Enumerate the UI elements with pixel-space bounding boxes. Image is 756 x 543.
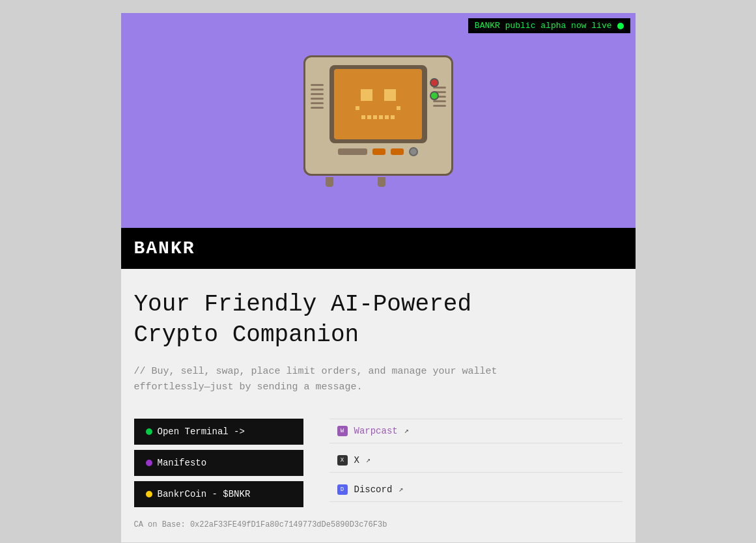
- tv-illustration: [303, 55, 453, 186]
- open-terminal-label: Open Terminal ->: [158, 426, 245, 437]
- x-arrow: ↗: [366, 455, 371, 465]
- tv-eyes: [361, 89, 396, 101]
- buttons-grid: Open Terminal -> Manifesto BankrCoin - $…: [134, 419, 623, 507]
- speaker-line: [311, 98, 324, 100]
- speaker-line: [433, 105, 446, 107]
- speaker-line: [311, 93, 324, 95]
- bankrcoin-label: BankrCoin - $BNKR: [158, 489, 251, 499]
- tv-leg-left: [326, 177, 333, 187]
- tv-knob-green: [430, 91, 439, 100]
- buttons-left: Open Terminal -> Manifesto BankrCoin - $…: [134, 419, 303, 507]
- tv-bottom-bar: [338, 148, 367, 155]
- contract-address: CA on Base: 0x22aF33FE49fD1Fa80c7149773d…: [134, 520, 623, 529]
- speaker-line: [311, 84, 324, 86]
- x-label: X: [354, 455, 359, 466]
- main-content: Your Friendly AI-PoweredCrypto Companion…: [121, 269, 636, 542]
- status-text: BANKR public alpha now live: [475, 21, 612, 31]
- yellow-dot-icon: [146, 491, 152, 497]
- manifesto-label: Manifesto: [158, 458, 207, 468]
- smile-pixel: [373, 106, 377, 110]
- smile-pixel: [379, 115, 383, 119]
- manifesto-button[interactable]: Manifesto: [134, 450, 303, 476]
- eye-pixel: [367, 90, 371, 94]
- eye-pixel: [391, 96, 395, 100]
- tv-knob-red: [430, 78, 439, 87]
- hero-title: Your Friendly AI-PoweredCrypto Companion: [134, 290, 623, 351]
- bankrcoin-button[interactable]: BankrCoin - $BNKR: [134, 481, 303, 507]
- tv-controls-right: [430, 78, 439, 100]
- status-dot: [617, 23, 624, 29]
- smile-pixel: [397, 106, 400, 110]
- speaker-line: [311, 89, 324, 90]
- discord-link[interactable]: D Discord ↗: [329, 478, 623, 502]
- warpcast-icon: W: [337, 426, 348, 436]
- speaker-line: [311, 102, 324, 104]
- eye-pixel: [385, 90, 389, 94]
- purple-dot-icon: [146, 460, 152, 466]
- hero-banner: BANKR public alpha now live: [121, 13, 636, 228]
- open-terminal-button[interactable]: Open Terminal ->: [134, 419, 303, 445]
- tv-smile: [356, 106, 400, 110]
- tv-bottom-circle: [409, 147, 418, 156]
- tv-speaker-left: [311, 70, 324, 122]
- speaker-line: [311, 107, 324, 109]
- smile-pixel: [391, 115, 395, 119]
- tv-smile-row2: [356, 115, 400, 119]
- smile-pixel: [397, 115, 400, 119]
- tv-legs: [303, 177, 408, 187]
- eye-pixel: [385, 96, 389, 100]
- smile-pixel: [356, 106, 359, 110]
- tv-eye-right: [384, 89, 396, 101]
- green-dot-icon: [146, 428, 152, 435]
- smile-pixel: [379, 106, 383, 110]
- smile-pixel: [385, 115, 389, 119]
- tv-bottom-orange2: [391, 148, 404, 155]
- tv-leg-right: [378, 177, 385, 187]
- smile-pixel: [367, 115, 371, 119]
- page-container: BANKR public alpha now live: [121, 13, 636, 542]
- discord-icon: D: [337, 484, 348, 495]
- tv-eye-left: [361, 89, 372, 101]
- discord-arrow: ↗: [399, 484, 403, 494]
- smile-pixel: [361, 115, 365, 119]
- x-link[interactable]: X X ↗: [329, 449, 623, 473]
- smile-pixel: [385, 106, 389, 110]
- smile-pixel: [361, 106, 365, 110]
- buttons-right: W Warpcast ↗ X X ↗ D Discord ↗: [329, 419, 623, 507]
- tv-bottom-controls: [338, 147, 418, 156]
- warpcast-arrow: ↗: [404, 426, 409, 436]
- discord-label: Discord: [354, 484, 393, 495]
- status-badge: BANKR public alpha now live: [468, 18, 630, 33]
- x-icon: X: [337, 455, 348, 466]
- warpcast-label: Warpcast: [354, 426, 398, 436]
- warpcast-link[interactable]: W Warpcast ↗: [329, 419, 623, 443]
- tv-bottom-orange: [372, 148, 385, 155]
- smile-pixel: [356, 115, 359, 119]
- eye-pixel: [362, 96, 366, 100]
- smile-pixel: [373, 115, 377, 119]
- smile-pixel: [391, 106, 395, 110]
- tv-screen: [334, 69, 422, 139]
- smile-pixel: [367, 106, 371, 110]
- hero-subtitle: // Buy, sell, swap, place limit orders, …: [134, 364, 623, 395]
- tv-screen-bezel: [329, 65, 427, 143]
- site-title: BANKR: [134, 238, 195, 258]
- eye-pixel: [367, 96, 371, 100]
- header-bar: BANKR: [121, 228, 636, 269]
- tv-body: [303, 55, 453, 176]
- eye-pixel: [362, 90, 366, 94]
- eye-pixel: [391, 90, 395, 94]
